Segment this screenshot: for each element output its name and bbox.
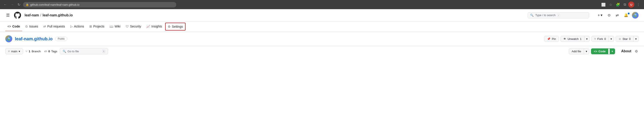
nav-projects-label: Projects — [93, 25, 104, 28]
code-label: Code — [598, 50, 606, 53]
repo-subheader: 🍃 leaf-nam.github.io Public 📌 Pin 👁 Unwa… — [0, 32, 644, 46]
nav-pull-requests[interactable]: ⇄ Pull requests — [41, 22, 67, 31]
fork-icon: ⑂ — [594, 37, 596, 41]
star-chevron-down-icon: ▾ — [635, 37, 637, 41]
star-button[interactable]: ☆ Star 0 — [616, 36, 633, 42]
reload-button[interactable]: ↻ — [17, 2, 21, 8]
breadcrumb-user[interactable]: leaf-nam — [24, 13, 39, 17]
go-to-file-search[interactable]: 🔍 Go to file t — [60, 48, 108, 54]
add-file-dropdown-arrow[interactable]: ▾ — [584, 49, 589, 54]
bottom-right-actions: Add file ▾ <> Code ▾ — [569, 48, 615, 54]
repo-bottom-bar: ⑂ main ▾ ⑂ 1 Branch 🏷 0 Tags 🔍 Go to fil… — [0, 46, 644, 57]
github-logo[interactable] — [14, 12, 21, 19]
issues-icon: ⊙ — [608, 13, 610, 17]
add-file-dropdown: Add file ▾ — [569, 48, 589, 54]
issues-button[interactable]: ⊙ — [606, 12, 612, 18]
tags-stat[interactable]: 🏷 0 Tags — [44, 50, 58, 53]
fork-chevron-down-icon: ▾ — [610, 37, 612, 41]
about-settings-gear[interactable]: ⚙ — [634, 48, 639, 54]
dropdown-icon: ▾ — [601, 13, 602, 17]
insights-nav-icon: 📈 — [146, 25, 150, 28]
repo-nav: <> Code ⊙ Issues ⇄ Pull requests ▷ Actio… — [0, 21, 644, 32]
projects-nav-icon: ⊞ — [89, 25, 92, 28]
tags-stat-count: 0 — [48, 50, 50, 53]
eye-icon: 👁 — [564, 37, 566, 41]
nav-settings[interactable]: ⚙ Settings — [165, 23, 186, 31]
browser-toolbar-right: ⬜ ☆ 🧩 ⧉ U ⋮ — [600, 1, 641, 8]
settings-nav-icon: ⚙ — [168, 25, 171, 28]
repo-logo-image: 🍃 — [5, 35, 12, 42]
forward-button[interactable]: → — [10, 2, 15, 7]
pr-icon: ⇄ — [616, 13, 618, 17]
search-file-icon: 🔍 — [63, 50, 66, 53]
breadcrumb: leaf-nam / leaf-nam.github.io — [24, 13, 73, 17]
browser-chrome: ← → ↻ 🔒 github.com/leaf-nam/leaf-nam.git… — [0, 0, 644, 9]
hamburger-menu[interactable]: ☰ — [5, 12, 10, 18]
nav-security[interactable]: 🛡 Security — [124, 22, 144, 31]
cast-button[interactable]: ⬜ — [600, 2, 607, 8]
nav-code[interactable]: <> Code — [5, 22, 22, 31]
nav-actions[interactable]: ▷ Actions — [68, 22, 86, 31]
nav-projects[interactable]: ⊞ Projects — [87, 22, 107, 31]
pull-requests-button[interactable]: ⇄ — [614, 12, 620, 18]
bell-icon: 🔔 — [624, 13, 628, 17]
repo-visibility-badge: Public — [55, 37, 67, 41]
notifications-button[interactable]: 🔔 — [622, 12, 630, 18]
back-button[interactable]: ← — [3, 2, 8, 7]
search-slash: / — [557, 13, 560, 17]
chevron-down-icon: ▾ — [586, 37, 588, 41]
branch-icon: ⑂ — [8, 50, 10, 53]
nav-actions-label: Actions — [74, 25, 84, 28]
search-placeholder: Type / to search — [535, 13, 556, 17]
star-label: Star — [622, 37, 628, 41]
security-nav-icon: 🛡 — [126, 25, 129, 28]
address-bar[interactable]: 🔒 github.com/leaf-nam/leaf-nam.github.io — [23, 2, 176, 7]
gear-icon: ⚙ — [635, 49, 638, 53]
bookmark-button[interactable]: ☆ — [608, 2, 614, 8]
add-file-button[interactable]: Add file — [569, 49, 584, 54]
user-avatar[interactable]: 🍃 — [632, 12, 639, 19]
go-to-file-label: Go to file — [68, 50, 79, 53]
fork-dropdown-arrow[interactable]: ▾ — [608, 36, 614, 42]
lock-icon: 🔒 — [26, 3, 29, 6]
star-dropdown-arrow[interactable]: ▾ — [633, 36, 638, 42]
split-view-button[interactable]: ⧉ — [622, 2, 627, 7]
new-button[interactable]: + ▾ — [596, 12, 604, 18]
fork-button[interactable]: ⑂ Fork 0 — [592, 36, 608, 42]
breadcrumb-repo[interactable]: leaf-nam.github.io — [42, 13, 73, 17]
repo-title[interactable]: leaf-nam.github.io — [15, 36, 52, 41]
pin-button[interactable]: 📌 Pin — [544, 36, 559, 42]
tags-stat-label: Tags — [51, 50, 57, 53]
menu-button[interactable]: ⋮ — [635, 2, 641, 8]
nav-insights[interactable]: 📈 Insights — [144, 22, 164, 31]
code-button[interactable]: <> Code — [591, 49, 608, 54]
branch-stat[interactable]: ⑂ 1 Branch — [26, 50, 40, 53]
star-dropdown: ☆ Star 0 ▾ — [616, 36, 639, 42]
actions-nav-icon: ▷ — [70, 25, 73, 28]
pin-label: Pin — [552, 37, 556, 41]
branch-selector[interactable]: ⑂ main ▾ — [5, 48, 23, 54]
code-dropdown-arrow[interactable]: ▾ — [610, 49, 615, 54]
breadcrumb-separator: / — [40, 13, 41, 17]
branch-stat-count: 1 — [29, 50, 30, 53]
extension-button[interactable]: 🧩 — [614, 2, 622, 8]
about-label: About — [621, 49, 631, 53]
fork-dropdown: ⑂ Fork 0 ▾ — [592, 36, 614, 42]
nav-insights-label: Insights — [151, 25, 162, 28]
star-icon: ☆ — [618, 37, 621, 41]
unwatch-dropdown: 👁 Unwatch 1 ▾ — [560, 36, 590, 42]
add-file-label: Add file — [572, 50, 581, 53]
hamburger-icon: ☰ — [6, 13, 10, 18]
nav-wiki-label: Wiki — [114, 25, 120, 28]
code-dropdown: <> Code ▾ — [591, 48, 615, 54]
plus-icon: + — [598, 13, 600, 17]
browser-profile[interactable]: U — [628, 1, 634, 8]
search-bar[interactable]: 🔍 Type / to search / — [528, 12, 589, 18]
unwatch-dropdown-arrow[interactable]: ▾ — [584, 36, 590, 42]
nav-wiki[interactable]: 📖 Wiki — [107, 22, 122, 31]
tags-stat-icon: 🏷 — [44, 50, 47, 53]
issues-nav-icon: ⊙ — [25, 25, 28, 28]
nav-issues[interactable]: ⊙ Issues — [23, 22, 40, 31]
search-icon: 🔍 — [530, 13, 534, 17]
unwatch-button[interactable]: 👁 Unwatch 1 — [561, 36, 584, 42]
